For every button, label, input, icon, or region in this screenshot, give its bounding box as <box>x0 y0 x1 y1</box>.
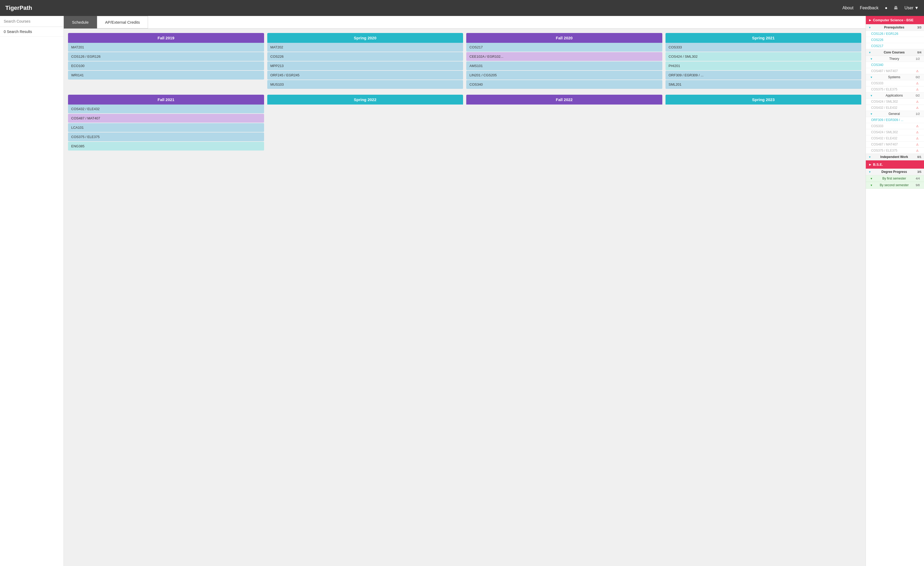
course-item[interactable]: ECO100 <box>68 62 264 70</box>
feedback-link[interactable]: Feedback <box>860 6 878 11</box>
course-code: COS432 / ELE432 <box>871 106 897 110</box>
req-course-cos375-gen[interactable]: COS375 / ELE375 ⚠ <box>866 148 924 154</box>
course-item[interactable]: ENG385 <box>68 142 264 151</box>
by-first-semester[interactable]: ▼ By first semester 4/4 <box>866 175 924 182</box>
course-item[interactable]: COS375 / ELE375 <box>68 132 264 141</box>
semester-header-spring2020: Spring 2020 <box>267 33 464 43</box>
chevron-down-icon: ▼ <box>914 6 919 11</box>
req-course-cos126[interactable]: COS126 / EGR126 <box>866 31 924 37</box>
github-icon[interactable]: ● <box>885 6 888 11</box>
req-course-cos432-gen[interactable]: COS432 / ELE432 ⚠ <box>866 135 924 142</box>
course-item[interactable]: MUS103 <box>267 80 464 89</box>
req-course-cos487-gen[interactable]: COS487 / MAT407 ⚠ <box>866 142 924 148</box>
course-item[interactable]: COS226 <box>267 52 464 61</box>
applications-subcategory[interactable]: ▼ Applications 0/2 <box>866 93 924 99</box>
core-courses-category[interactable]: ▼ Core Courses 0/4 <box>866 49 924 56</box>
user-menu[interactable]: User ▼ <box>904 6 919 11</box>
semester-spring2020: Spring 2020 MAT202 COS226 MPP213 ORF245 … <box>267 33 464 89</box>
semester-header-spring2021: Spring 2021 <box>666 33 862 43</box>
semester-header-fall2019: Fall 2019 <box>68 33 264 43</box>
theory-subcategory[interactable]: ▼ Theory 1/2 <box>866 56 924 62</box>
degree-arrow: ▼ <box>868 170 871 173</box>
req-course-cos226[interactable]: COS226 <box>866 37 924 43</box>
course-code: COS424 / SML302 <box>871 130 898 134</box>
warning-icon: ⚠ <box>916 149 919 152</box>
prereq-arrow: ▼ <box>868 26 871 29</box>
course-code: COS217 <box>871 44 884 48</box>
course-item[interactable]: PHI201 <box>666 62 862 70</box>
systems-subcategory[interactable]: ▼ Systems 0/2 <box>866 74 924 80</box>
warning-icon: ⚠ <box>916 125 919 128</box>
progress-arrow: ▼ <box>870 177 873 180</box>
degree-count: 3/5 <box>917 170 921 173</box>
course-item[interactable]: SML201 <box>666 80 862 89</box>
main-container: 0 Search Results Schedule AP/External Cr… <box>0 16 924 566</box>
print-icon[interactable]: 🖶 <box>894 6 898 11</box>
course-item[interactable]: LIN201 / CGS205 <box>466 71 662 80</box>
req-course-cos432[interactable]: COS432 / ELE432 ⚠ <box>866 105 924 111</box>
course-code: COS424 / SML302 <box>871 100 898 104</box>
course-item[interactable]: LCA101 <box>68 123 264 132</box>
progress-arrow2: ▼ <box>870 184 873 187</box>
about-link[interactable]: About <box>843 6 854 11</box>
tab-bar: Schedule AP/External Credits <box>64 16 866 29</box>
req-course-cos424[interactable]: COS424 / SML302 ⚠ <box>866 99 924 105</box>
course-item[interactable]: AMS101 <box>466 62 662 70</box>
tab-schedule[interactable]: Schedule <box>64 16 97 29</box>
applications-count: 0/2 <box>916 94 920 97</box>
course-code: COS487 / MAT407 <box>871 69 898 73</box>
course-item[interactable]: COS487 / MAT407 <box>68 114 264 123</box>
course-item[interactable]: COS126 / EGR126 <box>68 52 264 61</box>
search-input[interactable] <box>0 16 63 27</box>
course-item[interactable]: ORF309 / EGR309 / ... <box>666 71 862 80</box>
tab-ap-credits[interactable]: AP/External Credits <box>97 16 148 29</box>
course-code: COS375 / ELE375 <box>871 87 897 91</box>
req-course-cos217[interactable]: COS217 <box>866 43 924 49</box>
warning-icon: ⚠ <box>916 100 919 104</box>
course-item[interactable]: WRI141 <box>68 71 264 80</box>
semester-fall2020: Fall 2020 COS217 CEE102A / EGR102... AMS… <box>466 33 662 89</box>
course-item[interactable]: COS424 / SML302 <box>666 52 862 61</box>
core-arrow: ▼ <box>868 51 871 54</box>
systems-count: 0/2 <box>916 75 920 79</box>
req-course-cos333-sys[interactable]: COS333 ⚠ <box>866 80 924 86</box>
first-sem-label: By first semester <box>882 177 906 180</box>
systems-arrow: ▼ <box>870 76 873 79</box>
course-item[interactable]: COS340 <box>466 80 662 89</box>
course-item[interactable]: COS432 / ELE432 <box>68 104 264 113</box>
navbar-links: About Feedback ● 🖶 User ▼ <box>843 6 919 11</box>
semester-fall2019: Fall 2019 MAT201 COS126 / EGR126 ECO100 … <box>68 33 264 89</box>
semester-spring2023: Spring 2023 <box>666 95 862 151</box>
course-code: COS375 / ELE375 <box>871 149 897 152</box>
warning-icon: ⚠ <box>916 143 919 146</box>
course-code: ORF309 / EGR309 / ... <box>871 118 903 122</box>
theory-label: Theory <box>889 57 899 61</box>
prerequisites-category[interactable]: ▼ Prerequisites 3/3 <box>866 24 924 31</box>
req-course-cos333-gen[interactable]: COS333 ⚠ <box>866 123 924 129</box>
indep-arrow: ▼ <box>868 156 871 158</box>
course-item[interactable]: COS333 <box>666 43 862 51</box>
arrow-icon: ► <box>868 18 872 22</box>
course-item[interactable]: MAT201 <box>68 43 264 51</box>
course-item[interactable]: CEE102A / EGR102... <box>466 52 662 61</box>
course-item[interactable]: MPP213 <box>267 62 464 70</box>
warning-icon: ⚠ <box>916 106 919 110</box>
theory-arrow: ▼ <box>870 57 873 60</box>
general-subcategory[interactable]: ▼ General 1/2 <box>866 111 924 117</box>
course-item[interactable]: ORF245 / EGR245 <box>267 71 464 80</box>
by-second-semester[interactable]: ▼ By second semester 9/8 <box>866 182 924 188</box>
req-course-cos375[interactable]: COS375 / ELE375 ⚠ <box>866 86 924 93</box>
req-course-orf309[interactable]: ORF309 / EGR309 / ... <box>866 117 924 123</box>
req-course-cos340[interactable]: COS340 <box>866 62 924 68</box>
warning-icon: ⚠ <box>916 82 919 85</box>
semester-header-fall2022: Fall 2022 <box>466 95 662 104</box>
course-item[interactable]: MAT202 <box>267 43 464 51</box>
req-course-cos487[interactable]: COS487 / MAT407 ⚠ <box>866 68 924 74</box>
req-course-cos424-gen[interactable]: COS424 / SML302 ⚠ <box>866 129 924 135</box>
indep-count: 0/1 <box>917 155 921 158</box>
course-item[interactable]: COS217 <box>466 43 662 51</box>
theory-count: 1/2 <box>916 57 920 60</box>
degree-progress-category[interactable]: ▼ Degree Progress 3/5 <box>866 169 924 175</box>
indep-label: Independent Work <box>880 155 908 159</box>
independent-work-category[interactable]: ▼ Independent Work 0/1 <box>866 154 924 160</box>
